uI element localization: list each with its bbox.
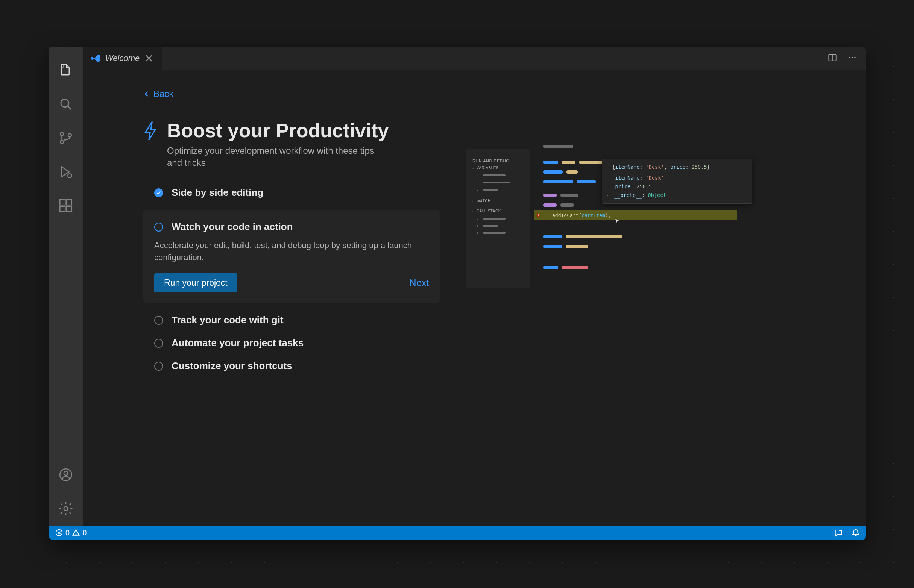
step-status-pending-icon bbox=[154, 339, 163, 348]
step-label: Track your code with git bbox=[171, 314, 284, 326]
split-icon bbox=[828, 53, 837, 62]
split-editor-button[interactable] bbox=[828, 53, 837, 64]
svg-point-25 bbox=[839, 530, 841, 531]
files-icon bbox=[58, 62, 74, 78]
illus-debug-tooltip: {itemName: 'Desk', price: 250.5} itemNam… bbox=[602, 159, 752, 204]
step-automate-tasks[interactable]: Automate your project tasks bbox=[143, 337, 440, 349]
svg-point-12 bbox=[64, 507, 68, 511]
main-area: Welcome bbox=[83, 47, 866, 526]
step-active-card: Watch your code in action Accelerate you… bbox=[143, 210, 440, 303]
step-label: Automate your project tasks bbox=[171, 337, 304, 349]
welcome-left-column: Back Boost your Productivity Optimize yo… bbox=[143, 89, 440, 510]
illus-run-and-debug-title: RUN AND DEBUG bbox=[472, 159, 525, 163]
illus-debug-sidebar: RUN AND DEBUG VARIABLES WATCH CALL STACK bbox=[466, 149, 531, 288]
activity-extensions[interactable] bbox=[49, 189, 83, 223]
status-errors-count: 0 bbox=[65, 528, 70, 537]
run-project-button[interactable]: Run your project bbox=[154, 273, 237, 292]
page-header: Boost your Productivity Optimize your de… bbox=[143, 120, 440, 169]
status-bar: 0 0 bbox=[49, 526, 866, 540]
page-subtitle: Optimize your development workflow with … bbox=[167, 145, 385, 169]
error-icon bbox=[55, 528, 63, 537]
chevron-left-icon bbox=[143, 90, 150, 98]
illus-watch-title: WATCH bbox=[477, 199, 491, 203]
play-bug-icon bbox=[58, 164, 74, 180]
svg-rect-6 bbox=[60, 200, 65, 205]
step-status-done-icon bbox=[154, 188, 163, 197]
tab-bar: Welcome bbox=[83, 47, 866, 70]
back-label: Back bbox=[154, 89, 173, 99]
step-description: Accelerate your edit, build, test, and d… bbox=[154, 239, 429, 263]
search-icon bbox=[58, 96, 74, 112]
activity-search[interactable] bbox=[49, 87, 83, 121]
svg-line-1 bbox=[68, 106, 71, 110]
close-icon bbox=[144, 53, 154, 63]
branch-icon bbox=[58, 130, 74, 146]
step-status-active-icon bbox=[154, 223, 163, 232]
svg-rect-8 bbox=[66, 207, 72, 212]
extensions-icon bbox=[58, 198, 74, 213]
status-problems[interactable]: 0 0 bbox=[55, 528, 86, 537]
account-icon bbox=[58, 467, 74, 483]
svg-rect-7 bbox=[60, 207, 65, 212]
svg-point-18 bbox=[852, 57, 853, 58]
svg-point-11 bbox=[64, 471, 68, 475]
activity-explorer[interactable] bbox=[49, 53, 83, 87]
svg-rect-15 bbox=[828, 54, 836, 61]
svg-point-17 bbox=[849, 57, 851, 58]
step-label: Customize your shortcuts bbox=[171, 360, 292, 372]
svg-point-19 bbox=[854, 57, 856, 58]
illus-code-arg: cartItem bbox=[581, 212, 605, 218]
tab-close-button[interactable] bbox=[144, 53, 154, 63]
svg-point-5 bbox=[68, 174, 72, 178]
cursor-icon bbox=[615, 218, 620, 225]
tab-right-actions bbox=[828, 47, 866, 70]
activity-run-debug[interactable] bbox=[49, 155, 83, 189]
illustration-panel: RUN AND DEBUG VARIABLES WATCH CALL STACK bbox=[466, 89, 806, 510]
illus-callstack-title: CALL STACK bbox=[477, 209, 501, 213]
breakpoint-icon bbox=[536, 212, 542, 218]
step-track-git[interactable]: Track your code with git bbox=[143, 314, 440, 326]
illus-code-fn: addToCart bbox=[552, 212, 579, 218]
gear-icon bbox=[58, 501, 74, 517]
bell-icon bbox=[852, 528, 860, 537]
welcome-content: Back Boost your Productivity Optimize yo… bbox=[83, 70, 866, 526]
activity-bar bbox=[49, 47, 83, 526]
step-status-pending-icon bbox=[154, 316, 163, 325]
tab-welcome[interactable]: Welcome bbox=[83, 47, 162, 70]
svg-point-4 bbox=[68, 134, 71, 137]
svg-point-24 bbox=[76, 535, 76, 535]
step-label: Watch your code in action bbox=[171, 221, 293, 233]
status-notifications[interactable] bbox=[852, 528, 860, 537]
bolt-icon bbox=[143, 120, 159, 143]
step-customize-shortcuts[interactable]: Customize your shortcuts bbox=[143, 360, 440, 372]
svg-point-2 bbox=[60, 132, 63, 136]
more-actions-button[interactable] bbox=[848, 53, 857, 63]
svg-point-3 bbox=[60, 140, 63, 144]
step-status-pending-icon bbox=[154, 362, 163, 371]
editor-window: Welcome bbox=[49, 47, 866, 540]
status-warnings-count: 0 bbox=[83, 528, 86, 537]
editor-body: Welcome bbox=[49, 47, 866, 526]
status-feedback[interactable] bbox=[834, 528, 843, 537]
activity-accounts[interactable] bbox=[49, 458, 83, 492]
step-label: Side by side editing bbox=[171, 187, 263, 199]
next-link[interactable]: Next bbox=[409, 278, 429, 288]
page-title: Boost your Productivity bbox=[167, 120, 388, 141]
illus-highlighted-line: addToCart(cartItem); bbox=[534, 210, 737, 220]
step-side-by-side[interactable]: Side by side editing bbox=[143, 187, 440, 199]
tab-title: Welcome bbox=[105, 53, 139, 63]
warning-icon bbox=[72, 528, 80, 537]
activity-source-control[interactable] bbox=[49, 121, 83, 155]
svg-rect-9 bbox=[66, 200, 72, 205]
illustration-frame: RUN AND DEBUG VARIABLES WATCH CALL STACK bbox=[466, 134, 737, 303]
activity-settings[interactable] bbox=[49, 492, 83, 526]
feedback-icon bbox=[834, 528, 843, 537]
svg-point-0 bbox=[61, 99, 69, 107]
steps-list: Side by side editing Watch your code in … bbox=[143, 187, 440, 372]
ellipsis-icon bbox=[848, 53, 857, 62]
back-link[interactable]: Back bbox=[143, 89, 440, 99]
vscode-icon bbox=[91, 53, 101, 63]
illus-variables-title: VARIABLES bbox=[477, 166, 499, 170]
